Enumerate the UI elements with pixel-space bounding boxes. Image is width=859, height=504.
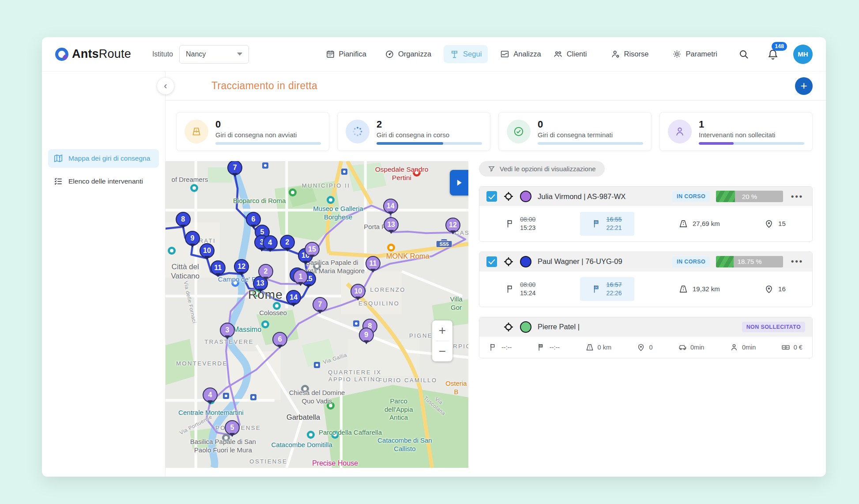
map-pin-blue-7[interactable]: 7 [227,161,242,175]
nav-organizza[interactable]: Organizza [379,45,437,63]
finish-flag-icon [592,284,602,294]
chevron-left-icon: ‹ [164,80,167,92]
map-pin-purple-2[interactable]: 2 [258,264,273,279]
stops-cell: 0 [637,343,652,352]
driver-color-dot [520,191,531,202]
route-progress-bar: 18.75 % [716,256,783,267]
sidebar: Mappa dei giri di consegna Elenco delle … [42,71,166,476]
sidebar-item-elenco[interactable]: Elenco delle intervenanti [48,172,159,191]
driver-name: Pierre Patel | [538,323,736,331]
map-poi-icon [331,431,339,439]
transit-station-icon [250,394,256,400]
avatar[interactable]: MH [793,45,813,64]
road-badge: SS5 [436,241,452,248]
brand-name: AntsRoute [72,47,131,61]
flag-icon [489,343,498,352]
map-pin-purple-12[interactable]: 12 [445,218,460,233]
notifications-button[interactable]: 148 [764,45,782,63]
map-pin-purple-13[interactable]: 13 [384,217,399,232]
map-pin-blue-9[interactable]: 9 [185,231,200,246]
stat-value: 2 [377,119,482,130]
display-options-button[interactable]: Vedi le opzioni di visualizzazione [479,161,605,177]
map-pin-blue-14[interactable]: 14 [286,290,301,305]
map-poi-icon [273,302,281,310]
check-circle-icon [507,120,531,143]
stat-card-in-corso: 2 Giri di consegna in corso [337,112,490,151]
locate-icon[interactable] [503,191,514,202]
map-pin-purple-5[interactable]: 5 [225,420,240,435]
road-icon [678,284,688,294]
transit-station-icon [353,320,359,327]
nav-pianifica[interactable]: Pianifica [320,45,373,63]
driver-card-paul: Paul Wagner | 76-UYG-09 IN CORSO 18.75 %… [479,252,813,307]
map-pin-blue-8[interactable]: 8 [176,212,191,227]
map-poi-icon [289,188,297,196]
stat-card-non-avviati: 0 Giri di consegna non avviati [176,112,329,151]
map-pin-blue-10[interactable]: 10 [200,243,215,258]
driver-details: 08:0015:24 16:5722:26 19,32 km [479,271,812,307]
distance-cell: 0 km [585,343,611,352]
zoom-out-button[interactable]: − [432,341,452,361]
map-label: MUNICIPIO II [302,182,350,189]
map[interactable]: of DreamersMUNICIPIO IIOspedale Sandro P… [166,161,468,468]
nav-segui[interactable]: Segui [444,45,488,63]
search-button[interactable] [735,45,753,63]
gauge-icon [385,49,394,59]
map-label: Centrale Montemartini [178,409,244,417]
map-pin-purple-14[interactable]: 14 [383,199,398,214]
navbar-right: Clienti Risorse Parametri 148 MH [547,45,813,64]
map-pin-purple-7[interactable]: 7 [313,297,328,312]
driver-color-dot [520,256,531,267]
map-pin-blue-2[interactable]: 2 [280,235,295,250]
site-select[interactable]: Nancy [179,45,249,64]
map-poi-icon [327,196,335,204]
map-label: Villa Gor [450,295,463,312]
map-pin-purple-6[interactable]: 6 [272,332,287,347]
map-label: Precise House [312,459,358,468]
map-pin-blue-11[interactable]: 11 [211,260,226,275]
end-time-cell: 16:5522:21 [580,212,634,236]
map-label: Via Portuense [178,414,213,436]
map-pin-purple-1[interactable]: 1 [293,269,308,284]
map-pin-blue-6[interactable]: 6 [246,212,261,227]
more-menu-button[interactable]: ••• [789,257,805,266]
map-label: Via delle Fornaci [182,280,197,324]
chevron-down-icon [237,53,242,58]
stat-progress [215,142,321,145]
expand-panel-button[interactable] [450,170,468,196]
nav-risorse[interactable]: Risorse [605,45,655,63]
stops-cell: 15 [764,219,786,229]
map-label: Bioparco di Roma [233,197,286,205]
stat-value: 0 [215,119,321,130]
locate-icon[interactable] [503,256,514,267]
title-row: ‹ Tracciamento in diretta + [166,71,826,101]
nav-parametri[interactable]: Parametri [666,45,723,63]
transit-station-icon [314,362,320,368]
add-button[interactable]: + [795,77,813,95]
map-label: MONTEVERDE [176,360,228,367]
map-pin-purple-10[interactable]: 10 [350,284,365,299]
collapse-sidebar-button[interactable]: ‹ [157,78,174,94]
map-pin-purple-11[interactable]: 11 [365,256,381,271]
end-time-cell: 16:5722:26 [580,277,634,301]
more-menu-button[interactable]: ••• [789,192,805,201]
map-overlay: of DreamersMUNICIPIO IIOspedale Sandro P… [166,161,468,468]
driver-checkbox[interactable] [486,191,497,202]
nav-clienti[interactable]: Clienti [547,45,593,63]
driver-checkbox[interactable] [486,256,497,267]
map-pin-purple-4[interactable]: 4 [203,387,218,402]
map-poi-icon [301,385,309,393]
map-pin-purple-3[interactable]: 3 [220,323,235,338]
brand-logo[interactable]: AntsRoute [55,47,131,61]
locate-icon[interactable] [503,322,514,332]
sidebar-item-mappa[interactable]: Mappa dei giri di consegna [48,149,159,168]
start-time-cell: 08:0015:24 [506,281,535,297]
map-pin-blue-12[interactable]: 12 [234,259,249,274]
map-label: ESQUILINO [358,300,399,307]
map-pin-purple-9[interactable]: 9 [359,327,374,342]
map-pin-blue-4[interactable]: 4 [263,235,278,250]
nav-analizza[interactable]: Analizza [494,45,547,63]
map-pin-purple-15[interactable]: 15 [305,242,320,257]
person-gear-icon [611,49,620,59]
zoom-in-button[interactable]: + [432,320,452,341]
